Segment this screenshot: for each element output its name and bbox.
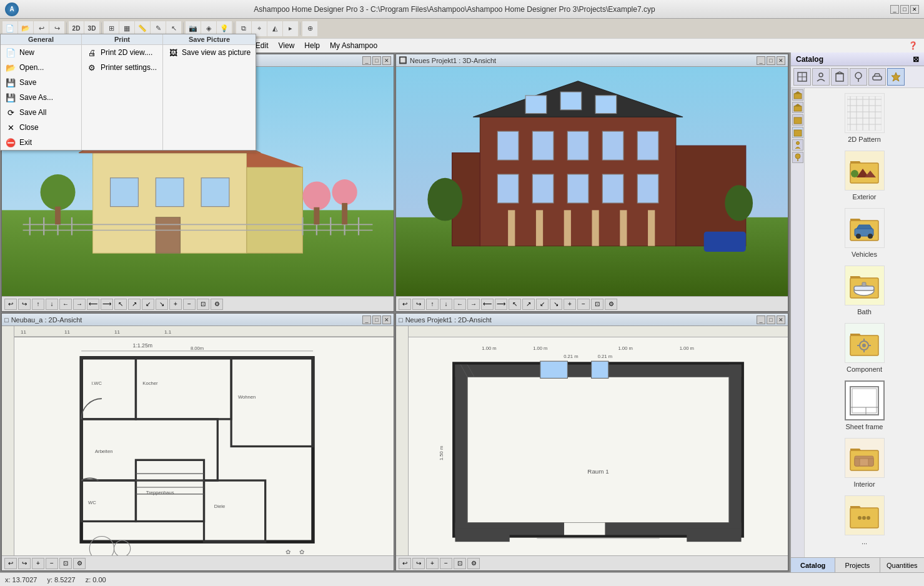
catalog-item-more[interactable]: ... xyxy=(807,495,922,545)
vp-br-close[interactable]: ✕ xyxy=(777,315,785,324)
vp-bl-tb-zoomin[interactable]: + xyxy=(32,558,44,569)
print-2d[interactable]: 🖨 Print 2D view.... xyxy=(82,45,162,60)
viewport-top-right-content[interactable] xyxy=(396,67,788,296)
menu-help[interactable]: Help xyxy=(299,40,325,51)
catalog-tab-car[interactable] xyxy=(868,68,886,86)
vp-tr-tb-right[interactable]: → xyxy=(467,299,480,310)
vp-bl-tb-1[interactable]: ↩ xyxy=(4,558,17,569)
vp-bl-minimize[interactable]: _ xyxy=(362,315,371,324)
vp-tl-minimize[interactable]: _ xyxy=(362,56,371,65)
vp-bl-tb-zoomout[interactable]: − xyxy=(46,558,58,569)
vp-tl-tb-left[interactable]: ← xyxy=(59,299,72,310)
catalog-item-interior[interactable]: Interior xyxy=(807,438,922,488)
vp-tr-tb-zoomout[interactable]: − xyxy=(577,299,590,310)
catalog-tab-tree[interactable] xyxy=(850,68,867,86)
vp-bl-tb-fit[interactable]: ⊡ xyxy=(59,558,72,569)
vp-bl-tb-2[interactable]: ↪ xyxy=(18,558,31,569)
vp-tl-tb-zoomin[interactable]: + xyxy=(169,299,182,310)
vp-bl-tb-settings[interactable]: ⚙ xyxy=(73,558,86,569)
catalog-tab-building[interactable] xyxy=(831,68,848,86)
viewport-bottom-left-content[interactable]: 11 11 11 1.1 1:1.25m xyxy=(2,326,394,555)
vp-tl-tb-down[interactable]: ↓ xyxy=(46,299,58,310)
save-view-picture[interactable]: 🖼 Save view as picture xyxy=(163,45,256,60)
toolbar-icon-extra4[interactable]: ▸ xyxy=(283,21,298,36)
catalog-content[interactable]: 2D Pattern xyxy=(805,88,924,557)
vp-tl-tb-3[interactable]: ↖ xyxy=(114,299,127,310)
catalog-resize-icon[interactable]: ⊠ xyxy=(913,55,919,64)
vp-tl-tb-6[interactable]: ↘ xyxy=(156,299,168,310)
menu-view[interactable]: View xyxy=(274,40,300,51)
vp-tl-tb-back[interactable]: ↩ xyxy=(4,299,17,310)
catalog-item-exterior[interactable]: Exterior xyxy=(807,151,922,201)
catalog-item-sheetframe[interactable]: Sheet frame xyxy=(807,380,922,430)
vp-tl-tb-1[interactable]: ⟵ xyxy=(87,299,99,310)
left-icon-active[interactable] xyxy=(792,127,803,138)
vp-br-tb-2[interactable]: ↪ xyxy=(412,558,425,569)
vp-br-tb-zoomout[interactable]: − xyxy=(440,558,452,569)
left-icon-person[interactable] xyxy=(792,139,803,151)
vp-br-tb-1[interactable]: ↩ xyxy=(399,558,411,569)
close-button[interactable]: ✕ xyxy=(910,5,919,14)
vp-tr-tb-fit[interactable]: ⊡ xyxy=(591,299,604,310)
vp-tl-tb-settings[interactable]: ⚙ xyxy=(211,299,223,310)
vp-br-tb-zoomin[interactable]: + xyxy=(426,558,439,569)
vp-tl-tb-4[interactable]: ↗ xyxy=(128,299,141,310)
catalog-bottom-tab-catalog[interactable]: Catalog xyxy=(791,558,835,572)
vp-tr-tb-1[interactable]: ⟵ xyxy=(481,299,494,310)
vp-tr-tb-4[interactable]: ↗ xyxy=(522,299,535,310)
file-save[interactable]: 💾 Save xyxy=(1,75,81,90)
left-icon-measure[interactable] xyxy=(792,102,803,113)
catalog-item-vehicles[interactable]: Vehicles xyxy=(807,208,922,258)
file-save-as[interactable]: 💾 Save As... xyxy=(1,90,81,105)
left-icon-floor[interactable] xyxy=(792,114,803,126)
vp-br-maximize[interactable]: □ xyxy=(767,315,775,324)
catalog-item-component[interactable]: Component xyxy=(807,323,922,373)
vp-bl-close[interactable]: ✕ xyxy=(382,315,391,324)
catalog-tab-home[interactable] xyxy=(793,68,811,86)
vp-tr-tb-down[interactable]: ↓ xyxy=(440,299,452,310)
vp-br-tb-fit[interactable]: ⊡ xyxy=(454,558,466,569)
toolbar-icon-extra3[interactable]: ◭ xyxy=(267,21,282,36)
vp-tl-maximize[interactable]: □ xyxy=(372,56,381,65)
catalog-item-bath[interactable]: Bath xyxy=(807,266,922,315)
vp-tl-tb-2[interactable]: ⟶ xyxy=(101,299,113,310)
vp-tr-tb-2[interactable]: ⟶ xyxy=(495,299,507,310)
printer-settings[interactable]: ⚙ Printer settings... xyxy=(82,60,162,75)
file-exit[interactable]: ⛔ Exit xyxy=(1,135,81,150)
catalog-tab-people[interactable] xyxy=(812,68,830,86)
vp-tl-tb-zoomout[interactable]: − xyxy=(183,299,196,310)
vp-tl-tb-fwd[interactable]: ↪ xyxy=(18,299,31,310)
menu-myashampoo[interactable]: My Ashampoo xyxy=(325,40,382,51)
vp-tr-tb-left[interactable]: ← xyxy=(454,299,466,310)
file-save-all[interactable]: ⟳ Save All xyxy=(1,105,81,120)
vp-tr-tb-settings[interactable]: ⚙ xyxy=(605,299,617,310)
file-open[interactable]: 📂 Open... xyxy=(1,60,81,75)
vp-tl-close[interactable]: ✕ xyxy=(382,56,391,65)
vp-tl-tb-right[interactable]: → xyxy=(73,299,86,310)
vp-tr-tb-5[interactable]: ↙ xyxy=(536,299,549,310)
catalog-bottom-tab-quantities[interactable]: Quantities xyxy=(880,558,924,572)
menu-help-icon[interactable]: ❓ xyxy=(903,40,923,51)
viewport-bottom-right-content[interactable]: 1.00 m 1.00 m 1.00 m 1.00 m 0.21 m 0.21 … xyxy=(396,326,788,555)
vp-tr-tb-3[interactable]: ↖ xyxy=(509,299,521,310)
vp-tr-tb-zoomin[interactable]: + xyxy=(564,299,576,310)
vp-tl-tb-5[interactable]: ↙ xyxy=(142,299,154,310)
vp-tr-tb-up[interactable]: ↑ xyxy=(426,299,439,310)
vp-tr-maximize[interactable]: □ xyxy=(767,56,775,65)
vp-tr-tb-back[interactable]: ↩ xyxy=(399,299,411,310)
vp-tl-tb-fit[interactable]: ⊡ xyxy=(197,299,209,310)
vp-tr-close[interactable]: ✕ xyxy=(777,56,785,65)
maximize-button[interactable]: □ xyxy=(900,5,909,14)
vp-bl-maximize[interactable]: □ xyxy=(372,315,381,324)
file-new[interactable]: 📄 New xyxy=(1,45,81,60)
vp-tr-tb-fwd[interactable]: ↪ xyxy=(412,299,425,310)
toolbar-icon-extra5[interactable]: ⊕ xyxy=(302,21,317,36)
minimize-button[interactable]: _ xyxy=(890,5,899,14)
vp-tr-tb-6[interactable]: ↘ xyxy=(550,299,562,310)
vp-tr-minimize[interactable]: _ xyxy=(757,56,765,65)
catalog-item-2dpattern[interactable]: 2D Pattern xyxy=(807,93,922,143)
catalog-tab-star[interactable] xyxy=(887,68,905,86)
catalog-bottom-tab-projects[interactable]: Projects xyxy=(835,558,880,572)
vp-tl-tb-up[interactable]: ↑ xyxy=(32,299,44,310)
file-close[interactable]: ✕ Close xyxy=(1,120,81,135)
